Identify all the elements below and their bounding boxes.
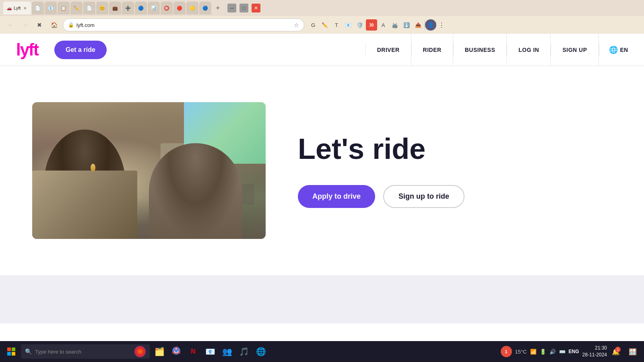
browser-tab[interactable]: ➕ <box>122 2 134 14</box>
date-display: 28-11-2024 <box>582 352 607 358</box>
taskbar-apps: 🗂️ N 📧 👥 🎵 🌐 <box>151 343 499 360</box>
browser-tab[interactable]: 🔴 <box>173 2 186 14</box>
business-nav-link[interactable]: BUSINESS <box>454 34 507 66</box>
browser-tab[interactable]: 🟡 <box>186 2 198 14</box>
tab-label-5: ✏️ <box>74 6 79 11</box>
taskbar: 🔍 Type here to search 🗂️ N 📧 👥 <box>0 341 644 362</box>
system-tray: 1 15°C 📶 🔋 🔊 ⌨️ ENG 21:30 28-11-2024 🔔 1… <box>501 343 641 360</box>
ext-pen[interactable]: ✏️ <box>319 19 330 31</box>
taskbar-search[interactable]: 🔍 Type here to search <box>21 344 150 359</box>
taskbar-app-chrome2[interactable]: 🌐 <box>253 343 269 360</box>
taskbar-app-outlook[interactable]: 📧 <box>202 343 218 360</box>
toolbar-icons: G ✏️ T 📧 🛡️ 30 A 🖨️ ⬇️ 📤 👤 ⋮ <box>308 19 639 31</box>
get-ride-button[interactable]: Get a ride <box>54 41 107 59</box>
login-nav-link[interactable]: LOG IN <box>507 34 551 66</box>
maximize-button[interactable]: □ <box>239 4 248 12</box>
browser-tab[interactable]: 📧 <box>45 2 57 14</box>
files-icon: 🗂️ <box>155 347 165 356</box>
address-bar[interactable]: 🔒 lyft.com ☆ <box>63 19 304 31</box>
nav-links: DRIVER RIDER BUSINESS LOG IN SIGN UP <box>365 34 599 66</box>
new-tab-button[interactable]: + <box>212 2 223 14</box>
browser-tab[interactable]: 📊 <box>148 2 160 14</box>
tab-close-icon[interactable]: ✕ <box>22 5 28 11</box>
browser-tab[interactable]: 🔵 <box>199 2 211 14</box>
ext-divider <box>424 20 425 30</box>
browser-tab[interactable]: 💼 <box>109 2 121 14</box>
language-label: EN <box>620 47 628 53</box>
tab-label-3: 📧 <box>48 6 54 11</box>
browser-tab[interactable]: 🔵 <box>135 2 147 14</box>
profile-avatar[interactable]: 👤 <box>425 19 436 31</box>
ext-share[interactable]: 📤 <box>413 19 424 31</box>
tab-label-8: 💼 <box>112 6 118 11</box>
ext-email[interactable]: 📧 <box>343 19 354 31</box>
seat <box>32 171 137 239</box>
signup-nav-link[interactable]: SIGN UP <box>551 34 599 66</box>
browser-tab[interactable]: 📋 <box>58 2 70 14</box>
network-icon[interactable]: 📶 <box>530 349 537 355</box>
driver-nav-link[interactable]: DRIVER <box>366 34 411 66</box>
taskbar-app-files[interactable]: 🗂️ <box>151 343 167 360</box>
more-options-button[interactable]: ⋮ <box>437 20 446 31</box>
url-text: lyft.com <box>76 22 291 28</box>
tab-label-15: 🔵 <box>202 6 208 11</box>
hero-title: Let's ride <box>298 133 612 165</box>
temperature-icon: 15°C <box>515 349 527 355</box>
back-button[interactable]: ← <box>5 19 16 31</box>
notification-center[interactable]: 🔔 1 <box>610 346 621 357</box>
apply-to-drive-button[interactable]: Apply to drive <box>298 185 375 208</box>
show-desktop-button[interactable]: 🪟 <box>625 343 641 360</box>
language-selector[interactable]: 🌐 EN <box>599 45 628 54</box>
hero-image <box>32 102 266 239</box>
browser-tab[interactable]: ⭕ <box>161 2 173 14</box>
ext-download[interactable]: ⬇️ <box>401 19 412 31</box>
globe-icon: 🌐 <box>609 45 618 54</box>
browser-tab[interactable]: 😊 <box>96 2 108 14</box>
sign-up-to-ride-button[interactable]: Sign up to ride <box>383 185 464 208</box>
tab-favicon: 🚗 <box>6 5 12 11</box>
keyboard-icon[interactable]: ⌨️ <box>559 349 566 355</box>
security-icon: 🔒 <box>68 22 74 28</box>
taskbar-app-spotify[interactable]: 🎵 <box>236 343 252 360</box>
volume-icon[interactable]: 🔊 <box>549 349 556 355</box>
browser-tab[interactable]: 📄 <box>83 2 95 14</box>
language-tray: ENG <box>569 349 579 354</box>
ext-printer[interactable]: 🖨️ <box>389 19 400 31</box>
ext-translate[interactable]: T <box>331 19 342 31</box>
window-view <box>184 102 266 164</box>
browser-tab[interactable]: ✏️ <box>70 2 83 14</box>
notification-badge: 1 <box>501 346 512 357</box>
reload-button[interactable]: ✖ <box>34 19 45 31</box>
tab-label-11: 📊 <box>151 6 157 11</box>
battery-icon[interactable]: 🔋 <box>540 349 546 355</box>
bookmark-icon[interactable]: ☆ <box>294 22 299 28</box>
dashboard <box>161 184 254 205</box>
svg-rect-1 <box>12 348 15 351</box>
rider-nav-link[interactable]: RIDER <box>412 34 453 66</box>
extension-row: G ✏️ T 📧 🛡️ 30 A 🖨️ ⬇️ 📤 👤 ⋮ <box>308 19 446 31</box>
cortana-icon <box>134 346 146 357</box>
taskbar-app-netflix[interactable]: N <box>185 343 201 360</box>
taskbar-app-chrome[interactable] <box>168 343 184 360</box>
address-bar-row: ← → ✖ 🏠 🔒 lyft.com ☆ G ✏️ T 📧 🛡️ 30 A 🖨️… <box>0 16 644 34</box>
time-display: 21:30 <box>582 345 607 352</box>
browser-tab[interactable]: 📄 <box>32 2 44 14</box>
active-tab[interactable]: 🚗 Lyft ✕ <box>3 2 31 14</box>
tab-label: Lyft <box>14 6 21 10</box>
tab-label-7: 😊 <box>99 6 105 11</box>
outlook-icon: 📧 <box>205 347 215 356</box>
steering-wheel <box>184 157 219 191</box>
home-button[interactable]: 🏠 <box>48 19 60 31</box>
start-button[interactable] <box>3 343 19 360</box>
car-detail <box>161 143 231 198</box>
ext-counter[interactable]: 30 <box>366 19 377 31</box>
taskbar-app-teams[interactable]: 👥 <box>219 343 235 360</box>
tab-label-12: ⭕ <box>164 6 169 11</box>
forward-button[interactable]: → <box>19 19 31 31</box>
ext-grammarly[interactable]: G <box>308 19 319 31</box>
close-window-button[interactable]: ✕ <box>252 4 260 12</box>
minimize-button[interactable]: ─ <box>227 4 236 12</box>
ext-font[interactable]: A <box>378 19 389 31</box>
ext-shield[interactable]: 🛡️ <box>354 19 365 31</box>
hero-section: Let's ride Apply to drive Sign up to rid… <box>0 66 644 275</box>
